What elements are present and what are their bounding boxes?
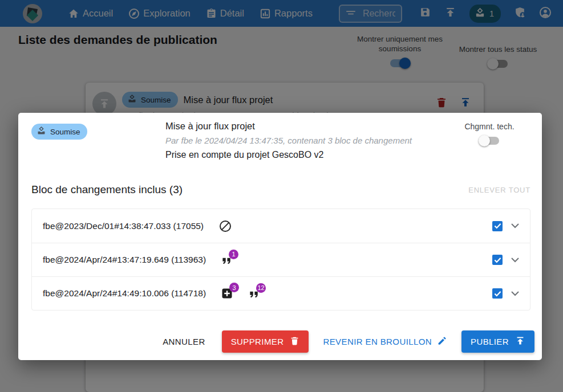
changeset-row: fbe@2024/Apr/24#14:49:10.006 (114718) 3 bbox=[32, 276, 530, 310]
changeset-section-title: Bloc de changements inclus (3) bbox=[31, 183, 183, 196]
row-checkbox[interactable] bbox=[492, 288, 503, 299]
chevron-down-icon[interactable] bbox=[511, 291, 519, 296]
tech-change-block: Chgmnt. tech. bbox=[455, 122, 524, 145]
changeset-id: fbe@2024/Apr/24#14:49:10.006 (114718) bbox=[43, 288, 206, 299]
addition-count-badge: 3 bbox=[229, 283, 239, 292]
pencil-icon bbox=[437, 336, 447, 348]
delete-button[interactable]: SUPPRIMER bbox=[222, 330, 309, 353]
changeset-row: fbe@2023/Dec/01#14:38:47.033 (17055) bbox=[32, 209, 530, 243]
row-checkbox[interactable] bbox=[492, 221, 503, 231]
ballot-icon bbox=[37, 126, 46, 137]
cancel-button[interactable]: ANNULER bbox=[157, 332, 210, 351]
additions-icon: 3 bbox=[221, 288, 233, 299]
chevron-down-icon[interactable] bbox=[511, 258, 519, 263]
chevron-down-icon[interactable] bbox=[511, 223, 519, 228]
row-checkbox[interactable] bbox=[492, 255, 503, 265]
revert-draft-label: REVENIR EN BROUILLON bbox=[323, 337, 432, 346]
trash-icon bbox=[290, 336, 299, 348]
dialog-title: Mise à jour flux projet bbox=[165, 121, 439, 132]
changeset-section-header: Bloc de changements inclus (3) ENLEVER T… bbox=[31, 183, 530, 196]
dialog-footer: ANNULER SUPPRIMER REVENIR EN BROUILLON bbox=[18, 330, 534, 353]
remove-all-button[interactable]: ENLEVER TOUT bbox=[468, 186, 530, 194]
publication-dialog: Soumise Mise à jour flux projet Par fbe … bbox=[18, 113, 542, 360]
changeset-list: fbe@2023/Dec/01#14:38:47.033 (17055) bbox=[31, 209, 530, 311]
changeset-row: fbe@2024/Apr/24#13:47:19.649 (113963) 1 bbox=[32, 243, 530, 276]
changeset-id: fbe@2023/Dec/01#14:38:47.033 (17055) bbox=[43, 221, 204, 231]
app-screen: Accueil Exploration bbox=[0, 0, 563, 392]
publish-icon bbox=[515, 336, 525, 348]
publish-button-label: PUBLIER bbox=[471, 337, 509, 346]
publish-button[interactable]: PUBLIER bbox=[461, 330, 534, 353]
comments-icon: 12 bbox=[249, 288, 260, 299]
delete-button-label: SUPPRIMER bbox=[231, 337, 284, 346]
tech-change-label: Chgmnt. tech. bbox=[455, 122, 524, 131]
comment-count-badge: 12 bbox=[256, 283, 266, 293]
dialog-description: Prise en compte du projet GescoBO v2 bbox=[165, 150, 439, 160]
comment-count-badge: 1 bbox=[229, 250, 238, 259]
tech-change-toggle[interactable] bbox=[480, 137, 499, 145]
dialog-byline: Par fbe le 2024/04/24 13:47:35, contenan… bbox=[165, 136, 439, 145]
comments-icon: 1 bbox=[221, 255, 232, 266]
revert-draft-button[interactable]: REVENIR EN BROUILLON bbox=[319, 331, 451, 352]
status-badge: Soumise bbox=[31, 124, 87, 140]
status-badge-label: Soumise bbox=[50, 128, 80, 136]
dialog-header: Mise à jour flux projet Par fbe le 2024/… bbox=[165, 121, 439, 160]
changeset-id: fbe@2024/Apr/24#13:47:19.649 (113963) bbox=[43, 255, 206, 265]
blocked-icon bbox=[219, 220, 232, 232]
